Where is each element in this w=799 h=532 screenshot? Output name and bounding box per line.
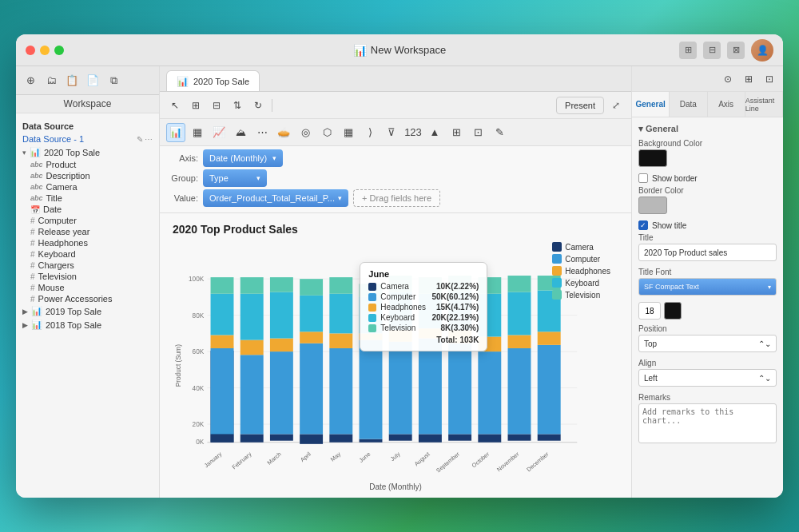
tree-child-television[interactable]: # Television xyxy=(16,271,159,282)
chart-type-pivot[interactable]: ⊡ xyxy=(468,123,487,142)
chart-type-donut[interactable]: ◎ xyxy=(296,123,315,142)
font-size-input[interactable] xyxy=(638,302,661,320)
chart-type-scatter[interactable]: ⋯ xyxy=(252,123,272,142)
tree-child-keyboard[interactable]: # Keyboard xyxy=(16,248,159,260)
rp-tab-assistant[interactable]: Assistant Line xyxy=(745,92,783,117)
window-title: New Workspace xyxy=(371,44,446,56)
bg-color-swatch[interactable] xyxy=(638,149,667,167)
layout-btn-3[interactable]: ⊠ xyxy=(727,42,745,59)
chart-type-map[interactable]: ✎ xyxy=(490,123,509,142)
chart-type-pie[interactable]: 🥧 xyxy=(274,123,293,142)
svg-rect-18 xyxy=(211,294,234,335)
chart-type-funnel[interactable]: ⊽ xyxy=(382,123,401,142)
tree-icon-2018: 📊 xyxy=(31,320,42,330)
tree-child-headphones[interactable]: # Headphones xyxy=(16,237,159,248)
rp-icon-1[interactable]: ⊙ xyxy=(719,70,737,88)
rp-tab-general[interactable]: General xyxy=(632,92,670,117)
chart-type-area[interactable]: ⛰ xyxy=(231,123,250,142)
fullscreen-button[interactable]: ⤢ xyxy=(607,97,625,114)
rp-icon-2[interactable]: ⊞ xyxy=(740,70,757,88)
chart-type-number[interactable]: 123 xyxy=(403,123,423,142)
show-title-checkbox[interactable]: ✓ xyxy=(638,220,648,230)
tree-child-mouse[interactable]: # Mouse xyxy=(16,282,159,293)
sidebar-icon-2[interactable]: 🗂 xyxy=(43,73,59,89)
user-avatar: 👤 xyxy=(751,39,773,62)
tree-child-product[interactable]: abc Product xyxy=(16,159,159,170)
svg-rect-24 xyxy=(240,277,264,294)
rp-tab-axis[interactable]: Axis xyxy=(708,92,745,117)
type-icon-release: # xyxy=(30,228,35,236)
minimize-button[interactable] xyxy=(40,46,50,55)
svg-text:December: December xyxy=(525,451,551,474)
chart-type-line[interactable]: 📈 xyxy=(209,123,229,142)
sidebar-icon-3[interactable]: 📋 xyxy=(64,73,80,89)
chart-type-heatmap[interactable]: ▦ xyxy=(339,123,358,142)
close-button[interactable] xyxy=(26,46,35,55)
tooltip-label-television: Television xyxy=(380,324,436,332)
toolbar-filter[interactable]: ⊟ xyxy=(208,97,225,114)
position-arrow: ⌃⌄ xyxy=(758,339,771,348)
chart-type-bar-chart[interactable]: 📊 xyxy=(166,123,185,142)
tree-child-computer[interactable]: # Computer xyxy=(16,215,159,226)
type-icon-power: # xyxy=(30,295,35,304)
layout-btn-1[interactable]: ⊞ xyxy=(679,42,697,59)
svg-rect-17 xyxy=(211,335,234,348)
tooltip-value-camera: 10K(2.22%) xyxy=(436,282,479,291)
tree-child-date[interactable]: 📅 Date xyxy=(16,204,159,215)
tree-item-2020[interactable]: ▾ 📊 2020 Top Sale xyxy=(16,145,159,159)
sidebar-icon-4[interactable]: 📄 xyxy=(85,73,101,89)
show-border-checkbox[interactable] xyxy=(638,173,648,183)
sidebar-icon-1[interactable]: ⊕ xyxy=(22,73,38,89)
font-color-btn[interactable] xyxy=(664,302,682,320)
axis-select[interactable]: Date (Monthly) ▾ xyxy=(203,149,283,167)
border-color-swatch[interactable] xyxy=(638,197,667,214)
tree-child-camera[interactable]: abc Camera xyxy=(16,181,159,193)
sidebar-icon-5[interactable]: ⧉ xyxy=(105,73,121,89)
tree-child-chargers[interactable]: # Chargers xyxy=(16,260,159,271)
present-button[interactable]: Present xyxy=(556,97,604,114)
separator-1 xyxy=(272,99,272,112)
chart-type-grouped-bar[interactable]: ▦ xyxy=(188,123,207,142)
tree-item-2019[interactable]: ▶ 📊 2019 Top Sale xyxy=(16,304,159,318)
layout-btn-2[interactable]: ⊟ xyxy=(703,42,721,59)
toolbar-cursor[interactable]: ↖ xyxy=(166,97,184,114)
chart-type-kpi[interactable]: ▲ xyxy=(425,123,444,142)
group-value: Type xyxy=(209,173,229,183)
tree-child-release[interactable]: # Release year xyxy=(16,226,159,237)
rp-tab-data[interactable]: Data xyxy=(670,92,707,117)
toolbar-sort[interactable]: ⇅ xyxy=(229,97,246,114)
align-select[interactable]: Left ⌃⌄ xyxy=(638,369,777,387)
svg-rect-27 xyxy=(270,339,293,352)
position-select[interactable]: Top ⌃⌄ xyxy=(638,335,777,352)
tree-child-title[interactable]: abc Title xyxy=(16,193,159,204)
chart-type-radar[interactable]: ⬡ xyxy=(317,123,336,142)
title-input[interactable] xyxy=(638,244,777,261)
info-icon[interactable]: ⋯ xyxy=(145,135,153,144)
label-product: Product xyxy=(46,160,77,169)
svg-rect-23 xyxy=(240,294,264,340)
app-window: 📊 New Workspace ⊞ ⊟ ⊠ 👤 ⊕ 🗂 📋 📄 ⧉ Worksp… xyxy=(16,34,783,498)
tree-item-2018[interactable]: ▶ 📊 2018 Top Sale xyxy=(16,318,159,332)
chart-type-waterfall[interactable]: ⟩ xyxy=(360,123,380,142)
remarks-textarea[interactable] xyxy=(638,403,777,443)
chart-type-table2[interactable]: ⊞ xyxy=(447,123,466,142)
tree-label-2018: 2018 Top Sale xyxy=(46,320,101,330)
font-select[interactable]: SF Compact Text ▾ xyxy=(638,278,777,296)
svg-rect-68 xyxy=(508,292,531,335)
sidebar-toolbar: ⊕ 🗂 📋 📄 ⧉ xyxy=(16,66,159,95)
tooltip-color-television xyxy=(368,324,376,332)
data-source-header: Data Source xyxy=(16,117,159,133)
toolbar-refresh[interactable]: ↻ xyxy=(249,97,267,114)
maximize-button[interactable] xyxy=(54,46,64,55)
remarks-label: Remarks xyxy=(638,393,777,402)
show-title-row: ✓ Show title xyxy=(638,220,777,230)
app-icon: 📊 xyxy=(353,44,367,57)
tab-2020-top-sale[interactable]: 📊 2020 Top Sale xyxy=(166,70,260,91)
value-select[interactable]: Order_Product_Total_Retail_P... ▾ xyxy=(203,189,348,207)
rp-icon-3[interactable]: ⊡ xyxy=(761,70,778,88)
tree-child-description[interactable]: abc Description xyxy=(16,170,159,181)
edit-icon[interactable]: ✎ xyxy=(137,135,143,144)
group-select[interactable]: Type ▾ xyxy=(203,169,267,187)
tree-child-power[interactable]: # Power Accessories xyxy=(16,293,159,304)
toolbar-table[interactable]: ⊞ xyxy=(187,97,205,114)
